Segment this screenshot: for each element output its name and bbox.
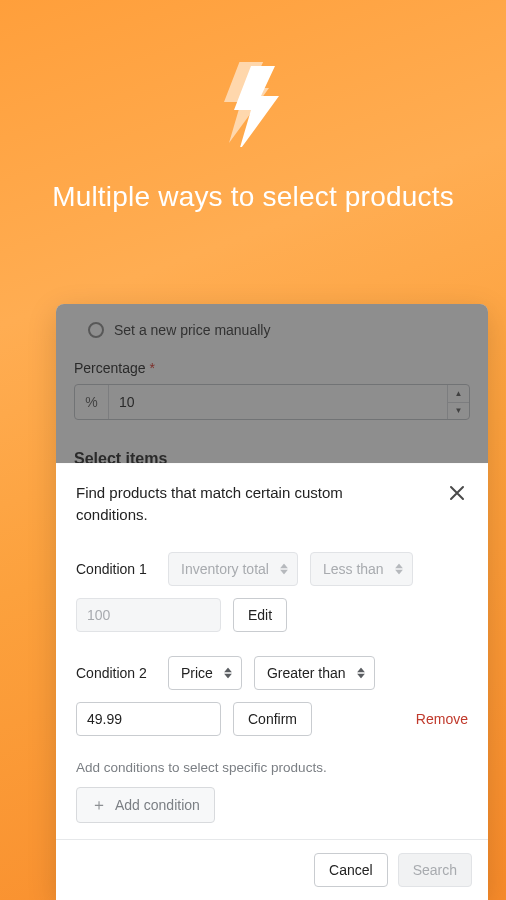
condition-2-confirm-button[interactable]: Confirm <box>233 702 312 736</box>
condition-2-field-value: Price <box>181 665 213 681</box>
modal-title: Find products that match certain custom … <box>76 482 390 526</box>
select-caret-icon <box>224 667 232 678</box>
condition-1-operator-value: Less than <box>323 561 384 577</box>
cancel-button[interactable]: Cancel <box>314 853 388 887</box>
add-condition-label: Add condition <box>115 797 200 813</box>
condition-1-edit-button[interactable]: Edit <box>233 598 287 632</box>
condition-2-remove-link[interactable]: Remove <box>416 711 468 727</box>
condition-1-value-input: 100 <box>76 598 221 632</box>
condition-2-value-input[interactable]: 49.99 <box>76 702 221 736</box>
add-condition-button[interactable]: ＋ Add condition <box>76 787 215 823</box>
close-button[interactable] <box>446 482 468 508</box>
select-caret-icon <box>395 563 403 574</box>
select-caret-icon <box>280 563 288 574</box>
condition-2-label: Condition 2 <box>76 665 156 681</box>
condition-1-value: 100 <box>87 607 110 623</box>
select-caret-icon <box>357 667 365 678</box>
condition-1-field-value: Inventory total <box>181 561 269 577</box>
conditions-helper-text: Add conditions to select specific produc… <box>76 760 468 775</box>
condition-2-field-select[interactable]: Price <box>168 656 242 690</box>
condition-2-operator-value: Greater than <box>267 665 346 681</box>
condition-1-field-select: Inventory total <box>168 552 298 586</box>
condition-1-label: Condition 1 <box>76 561 156 577</box>
search-button[interactable]: Search <box>398 853 472 887</box>
condition-1-operator-select: Less than <box>310 552 413 586</box>
app-panel: Set a new price manually Percentage * % … <box>56 304 488 900</box>
hero-lightning-icon <box>20 62 486 147</box>
close-icon <box>448 484 466 502</box>
condition-2-value: 49.99 <box>87 711 122 727</box>
condition-2-operator-select[interactable]: Greater than <box>254 656 375 690</box>
hero-title: Multiple ways to select products <box>20 179 486 215</box>
plus-icon: ＋ <box>91 797 107 813</box>
conditions-modal: Find products that match certain custom … <box>56 463 488 900</box>
